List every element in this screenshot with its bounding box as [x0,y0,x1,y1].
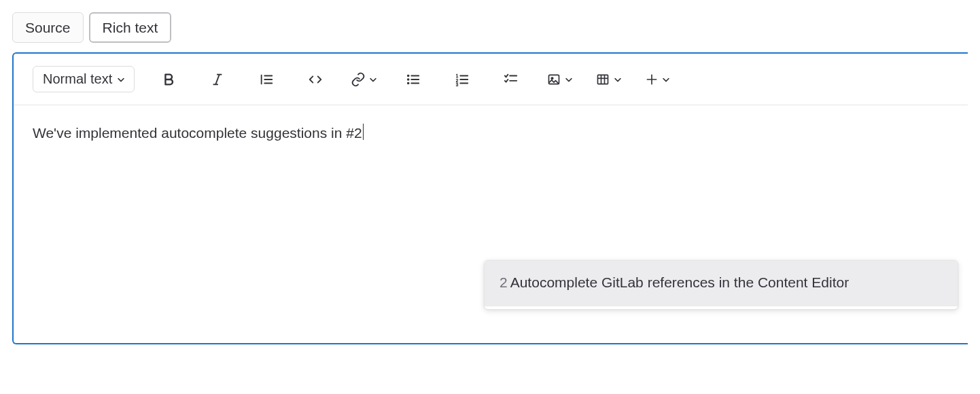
tab-source[interactable]: Source [12,12,84,43]
heading-dropdown[interactable]: Normal text [33,66,135,92]
code-icon [307,72,323,87]
autocomplete-item-title: Autocomplete GitLab references in the Co… [510,274,849,290]
svg-point-8 [408,79,409,80]
unordered-list-button[interactable] [398,67,428,92]
text-cursor [363,124,364,140]
bold-button[interactable] [154,67,183,92]
code-button[interactable] [300,67,330,92]
svg-rect-23 [598,75,608,84]
chevron-down-icon [368,75,378,84]
bold-icon [161,72,176,87]
italic-icon [210,72,225,87]
svg-point-7 [408,75,409,76]
plus-icon [645,73,659,86]
table-dropdown[interactable] [594,67,624,92]
editor-mode-tabs: Source Rich text [12,12,968,43]
link-dropdown[interactable] [349,67,379,92]
editor-toolbar: Normal text 123 [14,66,968,105]
chevron-down-icon [564,75,574,84]
link-icon [351,72,366,87]
chevron-down-icon [116,75,126,84]
chevron-down-icon [613,75,623,84]
more-dropdown[interactable] [643,67,673,92]
autocomplete-popover: 2Autocomplete GitLab references in the C… [484,260,958,310]
autocomplete-item[interactable]: 2Autocomplete GitLab references in the C… [485,261,958,309]
image-dropdown[interactable] [545,67,575,92]
table-icon [595,73,610,86]
svg-point-22 [552,77,554,79]
italic-button[interactable] [203,67,232,92]
checklist-icon [503,72,519,87]
blockquote-icon [258,72,275,87]
blockquote-button[interactable] [251,67,281,92]
ordered-list-button[interactable]: 123 [447,67,477,92]
tab-richtext[interactable]: Rich text [89,12,172,43]
content-text: We've implemented autocomplete suggestio… [33,123,362,143]
svg-line-2 [216,74,220,84]
editor-content[interactable]: We've implemented autocomplete suggestio… [14,123,968,143]
editor-frame: Normal text 123 [12,52,968,344]
image-icon [546,73,561,86]
autocomplete-item-id: 2 [500,274,508,290]
heading-dropdown-label: Normal text [43,71,112,87]
task-list-button[interactable] [496,67,526,92]
svg-text:3: 3 [456,82,459,87]
svg-point-9 [408,82,409,84]
bullet-list-icon [405,72,421,87]
numbered-list-icon: 123 [454,72,470,87]
chevron-down-icon [661,75,671,84]
